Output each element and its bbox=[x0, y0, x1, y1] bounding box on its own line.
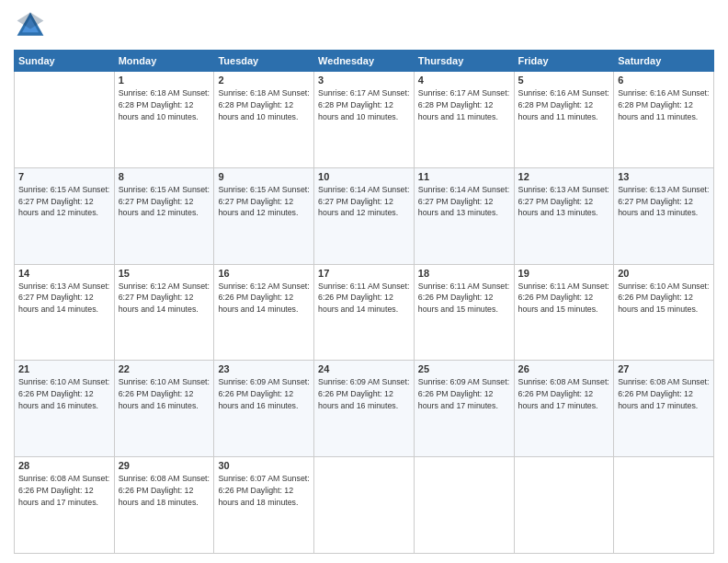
day-cell: 23Sunrise: 6:09 AM Sunset: 6:26 PM Dayli… bbox=[214, 361, 314, 457]
day-info: Sunrise: 6:16 AM Sunset: 6:28 PM Dayligh… bbox=[518, 87, 610, 122]
day-cell: 17Sunrise: 6:11 AM Sunset: 6:26 PM Dayli… bbox=[314, 264, 415, 361]
weekday-header-tuesday: Tuesday bbox=[214, 51, 314, 72]
day-info: Sunrise: 6:13 AM Sunset: 6:27 PM Dayligh… bbox=[618, 184, 710, 219]
day-cell bbox=[614, 457, 714, 554]
day-info: Sunrise: 6:08 AM Sunset: 6:26 PM Dayligh… bbox=[518, 376, 610, 411]
day-info: Sunrise: 6:12 AM Sunset: 6:27 PM Dayligh… bbox=[119, 281, 210, 316]
day-cell: 7Sunrise: 6:15 AM Sunset: 6:27 PM Daylig… bbox=[15, 167, 115, 264]
day-number: 1 bbox=[119, 75, 210, 86]
day-info: Sunrise: 6:15 AM Sunset: 6:27 PM Dayligh… bbox=[218, 184, 310, 219]
day-cell: 12Sunrise: 6:13 AM Sunset: 6:27 PM Dayli… bbox=[514, 167, 614, 264]
day-cell: 21Sunrise: 6:10 AM Sunset: 6:26 PM Dayli… bbox=[15, 361, 115, 457]
day-info: Sunrise: 6:07 AM Sunset: 6:26 PM Dayligh… bbox=[218, 473, 310, 508]
page: SundayMondayTuesdayWednesdayThursdayFrid… bbox=[0, 0, 728, 563]
weekday-header-row: SundayMondayTuesdayWednesdayThursdayFrid… bbox=[15, 51, 714, 72]
day-number: 13 bbox=[618, 171, 710, 182]
day-cell: 16Sunrise: 6:12 AM Sunset: 6:26 PM Dayli… bbox=[214, 264, 314, 361]
day-info: Sunrise: 6:16 AM Sunset: 6:28 PM Dayligh… bbox=[618, 87, 710, 122]
day-cell: 14Sunrise: 6:13 AM Sunset: 6:27 PM Dayli… bbox=[15, 264, 115, 361]
day-cell: 29Sunrise: 6:08 AM Sunset: 6:26 PM Dayli… bbox=[114, 457, 214, 554]
day-number: 17 bbox=[318, 268, 410, 279]
day-info: Sunrise: 6:12 AM Sunset: 6:26 PM Dayligh… bbox=[218, 281, 310, 316]
day-info: Sunrise: 6:08 AM Sunset: 6:26 PM Dayligh… bbox=[18, 473, 110, 508]
weekday-header-monday: Monday bbox=[114, 51, 214, 72]
day-number: 19 bbox=[518, 268, 610, 279]
weekday-header-friday: Friday bbox=[514, 51, 614, 72]
day-number: 30 bbox=[218, 460, 310, 471]
day-number: 25 bbox=[418, 363, 510, 374]
day-info: Sunrise: 6:08 AM Sunset: 6:26 PM Dayligh… bbox=[119, 473, 210, 508]
weekday-header-saturday: Saturday bbox=[614, 51, 714, 72]
day-cell: 5Sunrise: 6:16 AM Sunset: 6:28 PM Daylig… bbox=[514, 72, 614, 168]
day-cell: 2Sunrise: 6:18 AM Sunset: 6:28 PM Daylig… bbox=[214, 72, 314, 168]
day-number: 21 bbox=[18, 363, 110, 374]
day-cell bbox=[414, 457, 514, 554]
day-info: Sunrise: 6:10 AM Sunset: 6:26 PM Dayligh… bbox=[119, 376, 210, 411]
day-cell: 4Sunrise: 6:17 AM Sunset: 6:28 PM Daylig… bbox=[414, 72, 514, 168]
day-number: 20 bbox=[618, 268, 710, 279]
day-info: Sunrise: 6:09 AM Sunset: 6:26 PM Dayligh… bbox=[218, 376, 310, 411]
day-number: 10 bbox=[318, 171, 410, 182]
weekday-header-wednesday: Wednesday bbox=[314, 51, 415, 72]
day-cell: 13Sunrise: 6:13 AM Sunset: 6:27 PM Dayli… bbox=[614, 167, 714, 264]
day-info: Sunrise: 6:18 AM Sunset: 6:28 PM Dayligh… bbox=[119, 87, 210, 122]
day-cell: 20Sunrise: 6:10 AM Sunset: 6:26 PM Dayli… bbox=[614, 264, 714, 361]
day-info: Sunrise: 6:17 AM Sunset: 6:28 PM Dayligh… bbox=[418, 87, 510, 122]
day-cell: 1Sunrise: 6:18 AM Sunset: 6:28 PM Daylig… bbox=[114, 72, 214, 168]
week-row-3: 14Sunrise: 6:13 AM Sunset: 6:27 PM Dayli… bbox=[15, 264, 714, 361]
day-info: Sunrise: 6:18 AM Sunset: 6:28 PM Dayligh… bbox=[218, 87, 310, 122]
day-cell: 18Sunrise: 6:11 AM Sunset: 6:26 PM Dayli… bbox=[414, 264, 514, 361]
day-info: Sunrise: 6:15 AM Sunset: 6:27 PM Dayligh… bbox=[119, 184, 210, 219]
day-number: 9 bbox=[218, 171, 310, 182]
day-info: Sunrise: 6:08 AM Sunset: 6:26 PM Dayligh… bbox=[618, 376, 710, 411]
day-cell: 3Sunrise: 6:17 AM Sunset: 6:28 PM Daylig… bbox=[314, 72, 415, 168]
day-cell: 30Sunrise: 6:07 AM Sunset: 6:26 PM Dayli… bbox=[214, 457, 314, 554]
logo bbox=[14, 9, 52, 42]
day-cell bbox=[314, 457, 415, 554]
day-cell: 11Sunrise: 6:14 AM Sunset: 6:27 PM Dayli… bbox=[414, 167, 514, 264]
day-cell: 27Sunrise: 6:08 AM Sunset: 6:26 PM Dayli… bbox=[614, 361, 714, 457]
day-number: 12 bbox=[518, 171, 610, 182]
day-cell: 26Sunrise: 6:08 AM Sunset: 6:26 PM Dayli… bbox=[514, 361, 614, 457]
day-number: 29 bbox=[119, 460, 210, 471]
day-number: 3 bbox=[318, 75, 410, 86]
day-cell bbox=[514, 457, 614, 554]
day-number: 14 bbox=[18, 268, 110, 279]
svg-marker-2 bbox=[17, 13, 44, 29]
day-cell: 15Sunrise: 6:12 AM Sunset: 6:27 PM Dayli… bbox=[114, 264, 214, 361]
day-number: 6 bbox=[618, 75, 710, 86]
weekday-header-thursday: Thursday bbox=[414, 51, 514, 72]
day-info: Sunrise: 6:15 AM Sunset: 6:27 PM Dayligh… bbox=[18, 184, 110, 219]
day-number: 16 bbox=[218, 268, 310, 279]
day-number: 8 bbox=[119, 171, 210, 182]
day-number: 11 bbox=[418, 171, 510, 182]
week-row-2: 7Sunrise: 6:15 AM Sunset: 6:27 PM Daylig… bbox=[15, 167, 714, 264]
weekday-header-sunday: Sunday bbox=[15, 51, 115, 72]
day-number: 15 bbox=[119, 268, 210, 279]
week-row-4: 21Sunrise: 6:10 AM Sunset: 6:26 PM Dayli… bbox=[15, 361, 714, 457]
day-cell: 24Sunrise: 6:09 AM Sunset: 6:26 PM Dayli… bbox=[314, 361, 415, 457]
day-info: Sunrise: 6:11 AM Sunset: 6:26 PM Dayligh… bbox=[518, 281, 610, 316]
day-info: Sunrise: 6:13 AM Sunset: 6:27 PM Dayligh… bbox=[18, 281, 110, 316]
calendar-table: SundayMondayTuesdayWednesdayThursdayFrid… bbox=[14, 50, 714, 554]
week-row-1: 1Sunrise: 6:18 AM Sunset: 6:28 PM Daylig… bbox=[15, 72, 714, 168]
day-info: Sunrise: 6:10 AM Sunset: 6:26 PM Dayligh… bbox=[618, 281, 710, 316]
logo-icon bbox=[14, 9, 47, 42]
day-number: 24 bbox=[318, 363, 410, 374]
day-cell: 25Sunrise: 6:09 AM Sunset: 6:26 PM Dayli… bbox=[414, 361, 514, 457]
day-number: 27 bbox=[618, 363, 710, 374]
day-cell bbox=[15, 72, 115, 168]
day-number: 2 bbox=[218, 75, 310, 86]
day-number: 28 bbox=[18, 460, 110, 471]
day-cell: 8Sunrise: 6:15 AM Sunset: 6:27 PM Daylig… bbox=[114, 167, 214, 264]
day-number: 22 bbox=[119, 363, 210, 374]
week-row-5: 28Sunrise: 6:08 AM Sunset: 6:26 PM Dayli… bbox=[15, 457, 714, 554]
day-cell: 9Sunrise: 6:15 AM Sunset: 6:27 PM Daylig… bbox=[214, 167, 314, 264]
day-cell: 28Sunrise: 6:08 AM Sunset: 6:26 PM Dayli… bbox=[15, 457, 115, 554]
day-number: 18 bbox=[418, 268, 510, 279]
day-info: Sunrise: 6:09 AM Sunset: 6:26 PM Dayligh… bbox=[418, 376, 510, 411]
day-number: 26 bbox=[518, 363, 610, 374]
day-number: 7 bbox=[18, 171, 110, 182]
day-info: Sunrise: 6:14 AM Sunset: 6:27 PM Dayligh… bbox=[318, 184, 410, 219]
day-cell: 22Sunrise: 6:10 AM Sunset: 6:26 PM Dayli… bbox=[114, 361, 214, 457]
